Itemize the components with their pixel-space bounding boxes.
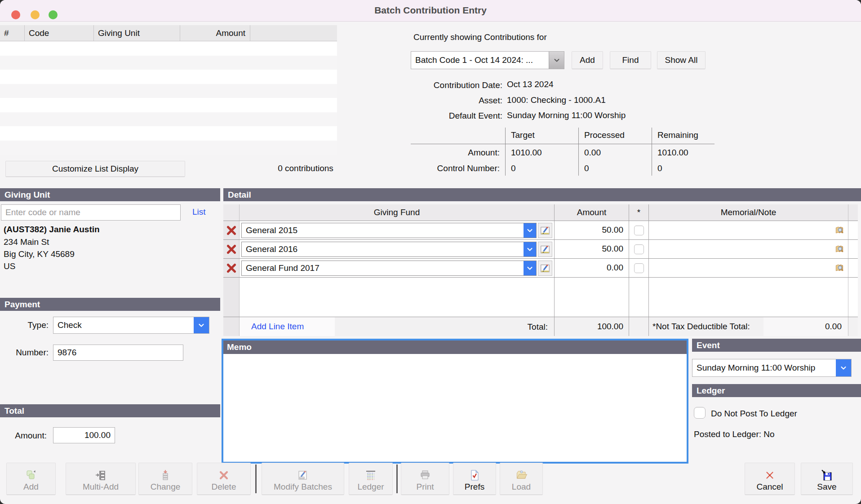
col-spacer <box>250 25 337 41</box>
detail-row: General 2015 50.00 <box>223 221 858 240</box>
prefs-button[interactable]: Prefs <box>453 463 496 495</box>
payment-type-select[interactable]: Check <box>53 317 209 334</box>
payment-number-label: Number: <box>0 348 49 358</box>
batch-find-button[interactable]: Find <box>610 51 651 69</box>
ntd-checkbox[interactable] <box>634 244 644 254</box>
line-amount-input[interactable]: 0.00 <box>555 259 629 277</box>
giving-fund-select[interactable]: General 2016 <box>241 242 537 257</box>
edit-fund-button[interactable] <box>538 223 552 238</box>
total-section-header: Total <box>0 404 220 417</box>
ledger-button[interactable]: Ledger <box>349 463 393 495</box>
summary-corner <box>411 128 505 144</box>
batch-add-button[interactable]: Add <box>572 51 603 69</box>
delete-line-button[interactable] <box>223 259 240 277</box>
empty-row <box>0 141 337 155</box>
detail-total-row: Add Line Item Total: 100.00 *Not Tax Ded… <box>223 317 858 336</box>
event-select-value: Sunday Morning 11:00 Worship <box>692 363 836 373</box>
memorial-note-field[interactable] <box>649 259 848 277</box>
contribution-date-label: Contribution Date: <box>411 80 502 90</box>
save-button[interactable]: Save <box>801 463 853 495</box>
summary-col-target: Target <box>505 128 578 144</box>
default-event-value: Sunday Morning 11:00 Worship <box>507 111 626 120</box>
cancel-button[interactable]: Cancel <box>745 463 795 495</box>
toolbar-separator <box>396 464 398 493</box>
giving-fund-select[interactable]: General Fund 2017 <box>241 261 537 276</box>
cancel-x-icon <box>764 469 776 481</box>
ledger-grid-icon <box>365 469 377 481</box>
print-button[interactable]: Print <box>401 463 449 495</box>
window-title: Batch Contribution Entry <box>0 0 861 21</box>
contributions-count: 0 contributions <box>252 164 359 173</box>
payment-number-input[interactable] <box>53 345 183 361</box>
edit-fund-button[interactable] <box>538 261 552 276</box>
contributions-table[interactable]: # Code Giving Unit Amount <box>0 25 337 155</box>
chevron-down-icon[interactable] <box>524 242 536 256</box>
giving-unit-address3: US <box>4 261 15 271</box>
chevron-down-icon[interactable] <box>524 261 536 275</box>
giving-fund-value: General 2016 <box>242 244 524 254</box>
edit-fund-button[interactable] <box>538 242 552 257</box>
ntd-total-value: 0.00 <box>763 317 848 336</box>
total-amount-label: Amount: <box>7 431 47 441</box>
detail-total-value: 100.00 <box>555 317 629 336</box>
chevron-down-icon[interactable] <box>194 317 209 333</box>
contributions-table-header: # Code Giving Unit Amount <box>0 25 337 41</box>
chevron-down-icon[interactable] <box>836 359 851 376</box>
default-event-label: Default Event: <box>411 111 502 121</box>
load-button[interactable]: Load <box>500 463 543 495</box>
giving-unit-search-input[interactable] <box>1 204 181 221</box>
ledger-section-header: Ledger <box>692 384 861 397</box>
delete-line-button[interactable] <box>223 240 240 258</box>
empty-row <box>0 70 337 84</box>
batch-show-all-button[interactable]: Show All <box>657 51 706 69</box>
ntd-checkbox[interactable] <box>634 263 644 273</box>
change-list-arrow-icon <box>160 469 171 481</box>
add-button[interactable]: Add <box>6 463 56 495</box>
giving-unit-address1: 234 Main St <box>4 237 49 247</box>
book-magnifier-icon <box>834 244 844 254</box>
do-not-post-checkbox[interactable] <box>694 407 706 419</box>
empty-row <box>0 41 337 56</box>
chevron-down-icon[interactable] <box>549 52 564 69</box>
line-amount-input[interactable]: 50.00 <box>555 240 629 258</box>
memo-textarea[interactable] <box>223 354 687 462</box>
multi-add-button[interactable]: Multi-Add <box>66 463 136 495</box>
memorial-note-field[interactable] <box>649 240 848 258</box>
asset-value: 1000: Checking - 1000.A1 <box>507 95 606 105</box>
summary-amount-label: Amount: <box>411 144 505 160</box>
detail-col-actions <box>223 204 240 221</box>
line-amount-input[interactable]: 50.00 <box>555 221 629 239</box>
book-magnifier-icon <box>834 225 844 235</box>
ntd-checkbox[interactable] <box>634 225 644 235</box>
pencil-document-icon <box>540 244 550 255</box>
giving-fund-value: General 2015 <box>242 225 524 235</box>
memo-panel: Memo <box>222 339 688 464</box>
summary-col-processed: Processed <box>578 128 652 144</box>
empty-row <box>0 84 337 98</box>
memo-section-header: Memo <box>223 340 687 354</box>
add-line-item-link[interactable]: Add Line Item <box>251 322 304 332</box>
detail-table-header: Giving Fund Amount * Memorial/Note <box>223 204 858 221</box>
delete-button[interactable]: Delete <box>197 463 251 495</box>
giving-fund-select[interactable]: General 2015 <box>241 223 537 238</box>
event-section-header: Event <box>692 339 861 352</box>
giving-unit-list-link[interactable]: List <box>192 207 206 217</box>
batch-select[interactable]: Batch Code 1 - Oct 14 2024: ... <box>411 51 564 69</box>
modify-batches-button[interactable]: Modify Batches <box>262 463 344 495</box>
customize-list-display-button[interactable]: Customize List Display <box>5 161 185 177</box>
total-amount-input[interactable] <box>53 427 115 443</box>
chevron-down-icon[interactable] <box>524 223 536 238</box>
memorial-note-field[interactable] <box>649 221 848 239</box>
change-button[interactable]: Change <box>138 463 192 495</box>
pencil-document-icon <box>540 225 550 236</box>
giving-unit-name: (AUST382) Janie Austin <box>4 225 100 234</box>
payment-type-label: Type: <box>9 320 49 330</box>
summary-col-remaining: Remaining <box>652 128 715 144</box>
summary-amount-target: 1010.00 <box>505 144 578 160</box>
batch-summary-table: Target Processed Remaining Amount: 1010.… <box>411 128 715 176</box>
detail-row: General 2016 50.00 <box>223 240 858 259</box>
event-select[interactable]: Sunday Morning 11:00 Worship <box>692 359 852 377</box>
detail-empty-area <box>223 278 858 317</box>
posted-to-ledger-text: Posted to Ledger: No <box>694 429 775 439</box>
delete-line-button[interactable] <box>223 221 240 239</box>
